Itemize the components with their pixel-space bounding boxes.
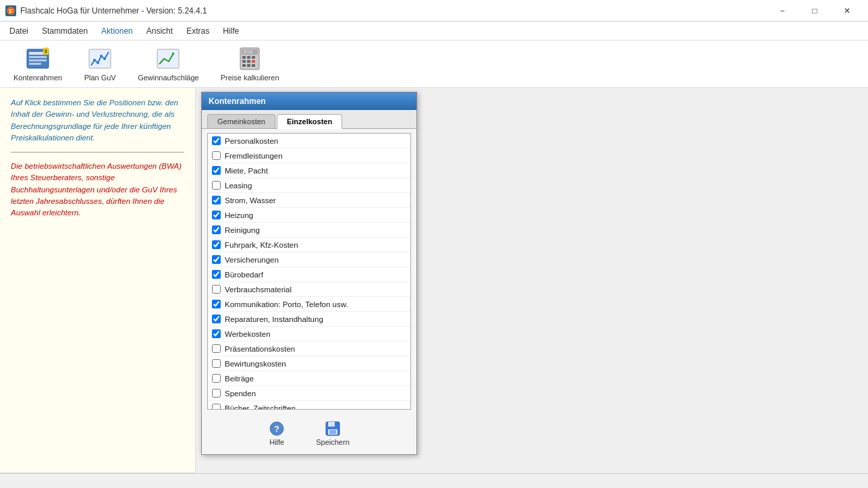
list-item-checkbox[interactable]	[212, 300, 221, 308]
svg-point-14	[100, 55, 103, 57]
list-item-label: Kommunikation: Porto, Telefon usw.	[225, 300, 348, 308]
list-item-checkbox[interactable]	[212, 225, 221, 234]
preise-kalkulieren-label: Preise kalkulieren	[221, 74, 279, 82]
svg-rect-35	[329, 430, 336, 434]
maximize-button[interactable]: □	[799, 0, 830, 22]
tab-gemeinkosten[interactable]: Gemeinkosten	[207, 114, 275, 128]
close-button[interactable]: ✕	[832, 0, 863, 22]
list-item-label: Bewirtungskosten	[225, 360, 286, 368]
list-item-checkbox[interactable]	[212, 270, 221, 279]
app-icon: F	[5, 5, 16, 16]
list-item[interactable]: Werbekosten	[208, 327, 410, 342]
list-item-label: Miete, Pacht	[225, 167, 268, 175]
list-item[interactable]: Bürobedarf	[208, 267, 410, 282]
list-item-label: Präsentationskosten	[225, 345, 295, 353]
list-item[interactable]: Bewirtungskosten	[208, 356, 410, 371]
tab-einzelkosten[interactable]: Einzelkosten	[277, 114, 342, 129]
kontenrahmen-button[interactable]: Kontenrahmen	[8, 44, 67, 84]
gewinnaufschlaege-label: Gewinnaufschläge	[138, 74, 199, 82]
menu-datei[interactable]: Datei	[3, 24, 35, 38]
list-item[interactable]: Leasing	[208, 178, 410, 193]
kontenrahmen-icon	[26, 47, 50, 71]
list-item[interactable]: Reparaturen, Instandhaltung	[208, 312, 410, 327]
list-item[interactable]: Strom, Wasser	[208, 193, 410, 208]
list-item-checkbox[interactable]	[212, 329, 221, 338]
plan-guv-button[interactable]: Plan GuV	[78, 44, 121, 84]
list-item[interactable]: Fremdleistungen	[208, 148, 410, 163]
list-item-checkbox[interactable]	[212, 315, 221, 323]
list-item-label: Verbrauchsmaterial	[225, 286, 292, 294]
svg-rect-21	[252, 56, 255, 59]
list-item-checkbox[interactable]	[212, 404, 221, 410]
list-item-label: Reparaturen, Instandhaltung	[225, 315, 323, 323]
list-item-label: Leasing	[225, 182, 252, 190]
list-item-checkbox[interactable]	[212, 359, 221, 368]
svg-rect-33	[328, 422, 335, 427]
minimize-button[interactable]: −	[767, 0, 798, 22]
list-item-label: Bürobedarf	[225, 271, 263, 279]
list-item[interactable]: Verbrauchsmaterial	[208, 282, 410, 297]
svg-rect-16	[157, 49, 179, 68]
gewinnaufschlaege-button[interactable]: Gewinnaufschläge	[132, 44, 205, 84]
svg-point-12	[93, 59, 96, 61]
list-item-checkbox[interactable]	[212, 285, 221, 294]
svg-point-15	[103, 57, 106, 60]
speichern-button[interactable]: Speichern	[310, 419, 355, 448]
menu-aktionen[interactable]: Aktionen	[94, 24, 140, 38]
list-item-label: Strom, Wasser	[225, 196, 276, 205]
hilfe-icon: ?	[269, 421, 285, 437]
list-item-label: Fremdleistungen	[225, 152, 283, 160]
list-item-checkbox[interactable]	[212, 166, 221, 175]
list-item-checkbox[interactable]	[212, 374, 221, 383]
title-bar-left: F Flashcalc HoGa für Unternehmer - Versi…	[5, 5, 207, 16]
menu-extras[interactable]: Extras	[180, 24, 216, 38]
list-item-checkbox[interactable]	[212, 211, 221, 219]
list-item-checkbox[interactable]	[212, 389, 221, 398]
hilfe-label: Hilfe	[269, 438, 284, 446]
list-item[interactable]: Fuhrpark, Kfz-Kosten	[208, 238, 410, 252]
speichern-icon	[325, 421, 341, 437]
left-panel-info-text: Auf Klick bestimmen Sie die Positionen b…	[11, 97, 184, 144]
kontenrahmen-dialog: Kontenrahmen Gemeinkosten Einzelkosten P…	[201, 92, 417, 455]
list-item-label: Spenden	[225, 389, 256, 398]
svg-rect-20	[247, 56, 250, 59]
list-item[interactable]: Reinigung	[208, 223, 410, 238]
list-item-checkbox[interactable]	[212, 151, 221, 160]
svg-rect-27	[252, 64, 255, 67]
speichern-label: Speichern	[316, 438, 350, 446]
hilfe-button[interactable]: ? Hilfe	[263, 419, 290, 448]
list-item[interactable]: Versicherungen	[208, 252, 410, 267]
list-item-checkbox[interactable]	[212, 196, 221, 205]
preise-kalkulieren-button[interactable]: 0 123 Preise kalkulieren	[215, 44, 285, 84]
list-item-checkbox[interactable]	[212, 344, 221, 353]
list-item-checkbox[interactable]	[212, 181, 221, 190]
plan-guv-icon	[88, 47, 112, 71]
list-item[interactable]: Miete, Pacht	[208, 163, 410, 178]
list-item-label: Werbekosten	[225, 330, 271, 338]
svg-rect-24	[252, 60, 255, 63]
menu-hilfe[interactable]: Hilfe	[216, 24, 246, 38]
list-item-label: Fuhrpark, Kfz-Kosten	[225, 241, 298, 249]
list-item[interactable]: Heizung	[208, 208, 410, 223]
main-area: Auf Klick bestimmen Sie die Positionen b…	[0, 88, 868, 473]
svg-text:?: ?	[274, 424, 279, 434]
list-item-checkbox[interactable]	[212, 136, 221, 145]
title-bar: F Flashcalc HoGa für Unternehmer - Versi…	[0, 0, 868, 22]
menu-ansicht[interactable]: Ansicht	[140, 24, 180, 38]
list-item[interactable]: Beiträge	[208, 371, 410, 386]
dialog-footer: ? Hilfe Speichern	[202, 414, 416, 454]
svg-rect-4	[29, 56, 47, 58]
list-item[interactable]: Präsentationskosten	[208, 342, 410, 356]
svg-rect-25	[242, 64, 246, 67]
dialog-title-bar: Kontenrahmen	[202, 92, 416, 110]
right-area: Kontenrahmen Gemeinkosten Einzelkosten P…	[196, 88, 868, 473]
preise-kalkulieren-icon: 0 123	[238, 47, 262, 71]
checklist-container[interactable]: PersonalkostenFremdleistungenMiete, Pach…	[207, 133, 411, 410]
list-item-checkbox[interactable]	[212, 255, 221, 264]
list-item[interactable]: Personalkosten	[208, 134, 410, 148]
list-item[interactable]: Bücher, Zeitschriften	[208, 401, 410, 410]
list-item[interactable]: Kommunikation: Porto, Telefon usw.	[208, 297, 410, 312]
menu-stammdaten[interactable]: Stammdaten	[35, 24, 94, 38]
list-item-checkbox[interactable]	[212, 240, 221, 249]
list-item[interactable]: Spenden	[208, 386, 410, 401]
